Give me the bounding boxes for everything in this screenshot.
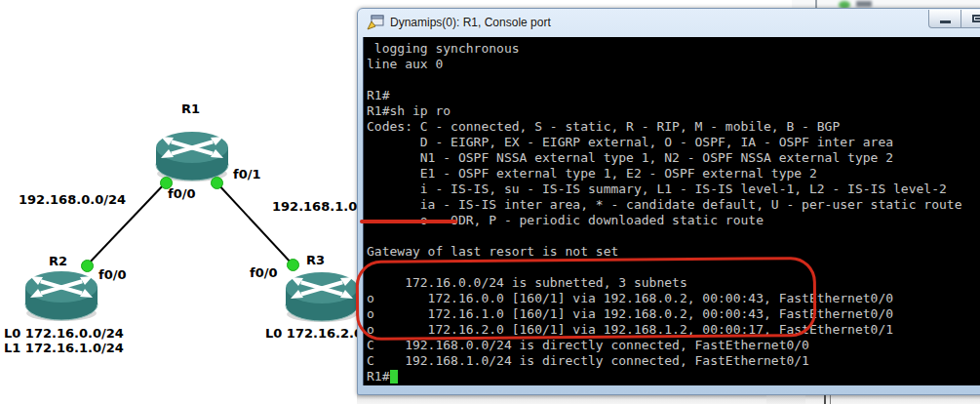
router-r3-label: R3 bbox=[306, 253, 325, 267]
router-r1-label: R1 bbox=[181, 101, 200, 116]
router-r2-label: R2 bbox=[49, 254, 67, 268]
router-r2-icon[interactable] bbox=[23, 267, 99, 322]
screenshot-stage: R1 f0/0 f0/1 192.168.0.0/24 192.168.1.0/… bbox=[0, 0, 980, 404]
link-endpoint-r3-f0-0 bbox=[287, 259, 299, 271]
background-topology-text bbox=[856, 1, 872, 7]
maximize-icon bbox=[972, 15, 980, 22]
terminal-prompt-line: R1# bbox=[364, 369, 980, 384]
interface-label-r1-f0-0: f0/0 bbox=[168, 186, 196, 201]
loopback-label-r2-l1: L1 172.16.1.0/24 bbox=[4, 341, 124, 355]
interface-label-r1-f0-1: f0/1 bbox=[233, 167, 261, 182]
loopback-label-r3-l0: L0 172.16.2.0 bbox=[265, 326, 363, 341]
link-endpoint-r2-f0-0 bbox=[81, 260, 94, 272]
maximize-button[interactable] bbox=[961, 10, 980, 28]
network-label-right: 192.168.1.0/ bbox=[272, 199, 362, 214]
interface-label-r3-f0-0: f0/0 bbox=[250, 265, 278, 280]
link-endpoint-r1-f0-1 bbox=[211, 177, 223, 189]
minimize-button[interactable] bbox=[928, 10, 961, 28]
router-r3-icon[interactable] bbox=[284, 268, 360, 323]
telnet-icon bbox=[367, 15, 384, 30]
window-title: Dynamips(0): R1, Console port bbox=[390, 16, 551, 29]
annotation-circle-odr-routes bbox=[356, 257, 817, 341]
annotation-underline-odr bbox=[360, 220, 457, 223]
minimize-icon bbox=[940, 20, 951, 23]
interface-label-r2-f0-0: f0/0 bbox=[98, 267, 127, 282]
terminal-prompt: R1# bbox=[367, 369, 389, 384]
network-label-left: 192.168.0.0/24 bbox=[19, 192, 126, 207]
terminal-cursor bbox=[390, 370, 398, 384]
console-titlebar[interactable]: Dynamips(0): R1, Console port bbox=[358, 9, 980, 36]
router-r1-icon[interactable] bbox=[154, 128, 230, 182]
window-controls bbox=[928, 10, 980, 28]
loopback-label-r2-l0: L0 172.16.0.0/24 bbox=[4, 326, 124, 341]
